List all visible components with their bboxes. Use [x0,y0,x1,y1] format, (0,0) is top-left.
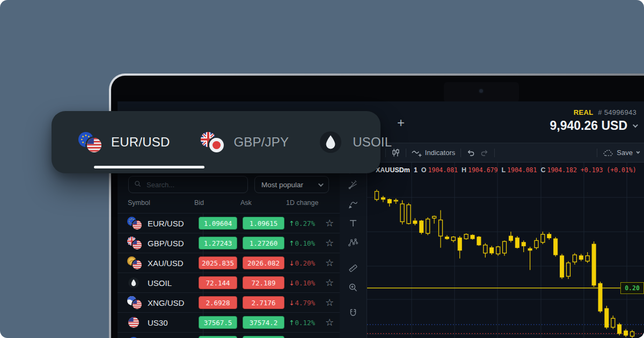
instrument-flag-icon [127,316,143,329]
bid-price-badge[interactable]: 2025.835 [199,256,237,269]
undo-icon[interactable] [466,149,475,157]
toolbar-divider [494,149,495,157]
symbol-label: USOIL [148,278,172,288]
watchlist-column-headers: Symbol Bid Ask 1D change [118,199,340,210]
favorite-star-icon[interactable]: ☆ [325,318,334,327]
ask-price-badge[interactable]: 2.7176 [243,296,284,309]
tool-magnet-icon[interactable] [344,304,362,322]
watchlist-row-gbp-usd[interactable]: GBP/USD1.272431.27260↑0.10%☆ [118,233,340,253]
page-background: + REAL # 54996943 9,940.26 USD m [0,0,644,338]
watchlist-row-eur-usd[interactable]: EUR/USD1.096041.09615↑0.27%☆ [118,213,340,233]
chart-type-candles-icon[interactable] [391,148,400,157]
instrument-flag-icon [78,131,103,153]
favorite-star-icon[interactable]: ☆ [325,258,334,268]
toolbar-divider [406,149,406,157]
account-info[interactable]: REAL # 54996943 9,940.26 USD [550,108,636,133]
change-arrow-icon: ↓ [289,259,294,267]
account-number: # 54996943 [598,108,636,116]
add-tab-button[interactable]: + [392,114,409,131]
tool-zoom-in-icon[interactable] [344,278,362,297]
ask-price-badge[interactable] [243,336,284,338]
pair-tab-usoil[interactable]: USOIL [320,111,392,173]
watchlist-row-partial[interactable] [118,332,340,338]
tool-pitchfork-icon[interactable] [344,175,362,194]
instrument-flag-icon [127,237,143,249]
toolbar-divider [597,149,597,157]
watchlist-row-us30[interactable]: US3037567.537574.2↑0.12%☆ [118,312,340,332]
change-arrow-icon: ↑ [289,239,294,247]
search-input[interactable] [145,180,242,189]
daily-change: ↓0.20% [289,259,324,267]
daily-change: ↑0.10% [289,239,324,247]
bid-price-badge[interactable]: 37567.5 [199,316,237,329]
candle-change: +0.193 (+0.01%) [581,166,636,174]
save-layout-button[interactable]: Save [603,149,639,157]
tool-text-icon[interactable] [344,214,362,232]
symbol-label: XNG/USD [148,298,184,307]
favorite-star-icon[interactable]: ☆ [325,298,334,307]
watchlist-row-usoil[interactable]: USOIL72.14472.189↓0.10%☆ [118,273,340,292]
account-balance: 9,940.26 USD [550,119,627,133]
favorite-star-icon[interactable]: ☆ [325,218,334,228]
tool-pattern-icon[interactable] [344,233,362,252]
watchlist-row-xng-usd[interactable]: XNG/USD2.69282.7176↓4.79%☆ [118,292,340,312]
cloud-save-icon [603,149,613,157]
daily-change: ↑0.12% [289,319,324,327]
symbol-label: GBP/USD [148,239,184,248]
pair-tab-eur-usd[interactable]: EUR/USD [78,111,170,173]
price-chart[interactable]: XAUUSDm 1 O1904.081 H1904.679 L1904.081 … [367,163,644,338]
timeframe-value: 1 [414,166,418,174]
price-line-label: 0.20 [620,282,644,294]
pair-tab-label: USOIL [353,135,392,150]
chevron-down-icon [318,181,324,187]
bid-price-badge[interactable]: 1.27243 [199,237,237,249]
instrument-flag-icon [127,336,143,338]
drawing-tools-sidebar [340,163,367,338]
pair-tab-gbp-jpy[interactable]: GBP/JPY [201,111,289,173]
ask-price-badge[interactable]: 72.189 [243,276,284,289]
chevron-down-icon [636,150,640,154]
toolbar-divider [460,149,461,157]
bid-price-badge[interactable]: 2.6928 [199,296,237,309]
indicators-button[interactable]: Indicators [412,149,455,157]
pair-tab-label: GBP/JPY [233,135,289,150]
laptop-camera-housing [444,82,519,102]
bid-price-badge[interactable] [199,336,237,338]
change-arrow-icon: ↑ [289,219,294,227]
account-type-badge: REAL [574,108,594,116]
change-arrow-icon: ↓ [289,299,294,307]
ask-price-badge[interactable]: 2026.082 [243,256,284,269]
symbol-label: XAU/USD [148,259,184,268]
search-box[interactable] [128,176,248,193]
change-arrow-icon: ↓ [289,279,294,287]
tool-ruler-icon[interactable] [344,259,362,277]
instrument-flag-icon [127,296,143,309]
instrument-flag-icon [201,131,225,153]
redo-icon[interactable] [480,149,489,157]
instrument-pair-card: EUR/USD GBP/JPY USOIL [52,111,380,173]
filter-dropdown[interactable]: Most popular [254,176,329,193]
ask-price-badge[interactable]: 1.27260 [243,237,284,249]
daily-change: ↑0.27% [289,219,324,227]
instrument-flag-icon [127,217,143,230]
webcam-icon [479,89,483,93]
daily-change: ↓0.10% [289,279,324,287]
favorite-star-icon[interactable]: ☆ [325,238,334,248]
ohlc-legend: XAUUSDm 1 O1904.081 H1904.679 L1904.081 … [376,166,636,174]
tool-brush-icon[interactable] [344,195,362,213]
instrument-flag-icon [127,256,143,269]
ask-price-badge[interactable]: 1.09615 [243,217,284,230]
instrument-flag-icon [320,131,345,153]
active-tab-underline [94,166,204,168]
bid-price-badge[interactable]: 72.144 [199,276,237,289]
indicators-wave-icon [412,149,422,157]
bid-price-badge[interactable]: 1.09604 [199,217,237,230]
favorite-star-icon[interactable]: ☆ [325,278,334,288]
ask-price-badge[interactable]: 37574.2 [243,316,284,329]
instrument-flag-icon [127,276,143,289]
search-icon [134,180,141,189]
change-arrow-icon: ↑ [289,319,294,327]
chevron-down-icon[interactable] [633,122,638,128]
symbol-label: EUR/USD [148,219,184,228]
watchlist-row-xau-usd[interactable]: XAU/USD2025.8352026.082↓0.20%☆ [118,253,340,273]
